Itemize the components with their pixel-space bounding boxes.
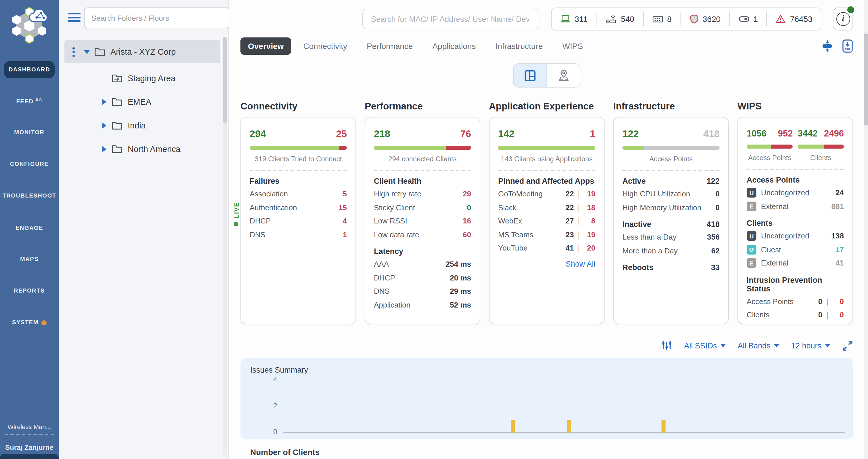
main-scrollbar[interactable] bbox=[864, 0, 868, 459]
sidebar-item-system[interactable]: SYSTEM bbox=[0, 319, 59, 325]
tree-node-label: North America bbox=[128, 145, 181, 154]
divider bbox=[374, 170, 471, 171]
issues-bars bbox=[283, 381, 845, 432]
sidebar-item-reports[interactable]: REPORTS bbox=[0, 287, 59, 294]
card-titles-row: Connectivity Performance Application Exp… bbox=[241, 101, 853, 112]
uncategorized-badge: U bbox=[747, 188, 756, 198]
stat-threats[interactable]: 3620 bbox=[680, 11, 729, 27]
folder-staging-icon bbox=[112, 74, 123, 83]
tree-search-input[interactable] bbox=[84, 7, 230, 28]
duration-filter-dropdown[interactable]: 12 hours bbox=[791, 341, 831, 350]
tree-node-staging-area[interactable]: Staging Area bbox=[59, 67, 220, 90]
wips-client-stats: 34422496 Clients bbox=[798, 128, 844, 162]
section-title-wips: WIPS bbox=[737, 101, 853, 112]
application-experience-card: 1421 143 Clients using Applications Pinn… bbox=[489, 117, 604, 324]
feed-ea-badge: EA bbox=[35, 97, 42, 102]
stat-switches[interactable]: 8 bbox=[643, 11, 680, 27]
latency-title: Latency bbox=[374, 247, 471, 256]
sidebar-item-configure[interactable]: CONFIGURE bbox=[0, 161, 59, 167]
sidebar-item-troubleshoot[interactable]: TROUBLESHOOT bbox=[0, 192, 59, 199]
wips-row: EExternal881 bbox=[747, 200, 844, 213]
caret-right-icon[interactable] bbox=[102, 99, 106, 105]
sidebar-item-engage[interactable]: ENGAGE bbox=[0, 225, 59, 231]
tab-infrastructure[interactable]: Infrastructure bbox=[488, 37, 550, 55]
map-view-button[interactable] bbox=[547, 64, 580, 87]
caret-right-icon[interactable] bbox=[102, 123, 106, 128]
apps-bad-count: 1 bbox=[590, 128, 595, 140]
info-icon: i bbox=[836, 12, 850, 26]
system-status-dot bbox=[41, 320, 46, 325]
hamburger-icon[interactable] bbox=[68, 13, 81, 22]
tree-node-label: Staging Area bbox=[128, 74, 176, 83]
wips-row: UUncategorized24 bbox=[747, 186, 844, 200]
section-title-application-experience: Application Experience bbox=[489, 101, 604, 112]
infra-row: High CPU Utilization0 bbox=[622, 187, 720, 201]
band-filter-dropdown[interactable]: All Bands bbox=[738, 341, 780, 350]
ssid-filter-dropdown[interactable]: All SSIDs bbox=[684, 341, 726, 350]
client-health-title: Client Health bbox=[374, 177, 471, 185]
tree-node-label: Arista - XYZ Corp bbox=[111, 47, 176, 56]
user-name[interactable]: Suraj Zanjurne bbox=[0, 443, 59, 452]
divider bbox=[622, 170, 720, 171]
issue-bar bbox=[510, 420, 515, 432]
performance-bad-count: 76 bbox=[460, 128, 471, 140]
tab-applications[interactable]: Applications bbox=[425, 37, 483, 55]
collapse-vertical-icon[interactable] bbox=[822, 40, 833, 52]
caret-down-icon[interactable] bbox=[84, 50, 90, 54]
ips-row: Clients0|0 bbox=[747, 308, 844, 322]
show-all-link[interactable]: Show All bbox=[498, 259, 595, 268]
ips-row: Access Points0|0 bbox=[747, 294, 844, 308]
global-search-input[interactable] bbox=[362, 9, 538, 29]
sidebar-item-maps[interactable]: MAPS bbox=[0, 256, 59, 262]
tree-scrollbar[interactable] bbox=[223, 37, 227, 456]
view-toggle bbox=[241, 63, 853, 88]
app-row: Slack22|18 bbox=[498, 201, 595, 214]
filter-sliders-icon[interactable] bbox=[661, 340, 673, 351]
sidebar-item-feed[interactable]: FEED EA bbox=[0, 97, 59, 105]
pinned-apps-title: Pinned and Affected Apps bbox=[498, 177, 595, 185]
sensor-icon bbox=[738, 15, 749, 23]
folder-icon bbox=[112, 97, 123, 107]
shield-icon bbox=[689, 14, 699, 24]
stat-sensors[interactable]: 1 bbox=[729, 11, 767, 27]
infra-progress-bar bbox=[622, 146, 720, 150]
performance-good-count: 218 bbox=[374, 128, 390, 140]
pdf-download-icon[interactable]: .PDF bbox=[842, 39, 853, 53]
sidebar-item-dashboard[interactable]: DASHBOARD bbox=[4, 61, 55, 78]
wips-row: GGuest17 bbox=[747, 243, 844, 256]
y-tick: 0 bbox=[262, 428, 277, 436]
apps-progress-bar bbox=[498, 146, 595, 150]
tree-node-india[interactable]: India bbox=[59, 114, 220, 137]
tree-node-label: EMEA bbox=[128, 97, 151, 107]
tree-node-emea[interactable]: EMEA bbox=[59, 90, 220, 113]
infra-row: High Memory Utilization0 bbox=[622, 201, 720, 214]
main-scrollbar-thumb[interactable] bbox=[864, 33, 868, 125]
sidebar-item-monitor[interactable]: MONITOR bbox=[0, 129, 59, 135]
tab-connectivity[interactable]: Connectivity bbox=[296, 37, 355, 55]
tree-node-root[interactable]: Arista - XYZ Corp bbox=[64, 40, 220, 63]
divider bbox=[498, 170, 595, 171]
stat-alerts[interactable]: 76453 bbox=[767, 11, 821, 27]
tab-wips[interactable]: WIPS bbox=[555, 37, 590, 55]
tree-node-north-america[interactable]: North America bbox=[59, 138, 220, 161]
kebab-icon[interactable] bbox=[72, 46, 75, 58]
grid-view-button[interactable] bbox=[514, 64, 547, 87]
connectivity-success-count: 294 bbox=[250, 128, 266, 140]
tab-performance[interactable]: Performance bbox=[359, 37, 420, 55]
wips-card: 1056952 Access Points 34422496 Clients A… bbox=[737, 117, 853, 324]
expand-icon[interactable] bbox=[842, 340, 853, 351]
connectivity-failure-count: 25 bbox=[336, 128, 347, 140]
latency-row: AAA254 ms bbox=[374, 257, 471, 271]
infra-row: Less than a Day356 bbox=[622, 230, 720, 244]
external-badge: E bbox=[747, 258, 756, 268]
access-point-icon bbox=[606, 14, 617, 24]
info-button[interactable]: i bbox=[833, 7, 853, 31]
y-tick: 4 bbox=[262, 376, 277, 384]
inactive-title: Inactive418 bbox=[622, 220, 720, 229]
tab-overview[interactable]: Overview bbox=[241, 37, 291, 55]
stat-clients[interactable]: 311 bbox=[552, 11, 596, 27]
map-view-icon bbox=[557, 69, 570, 82]
stat-access-points[interactable]: 540 bbox=[596, 11, 643, 27]
caret-right-icon[interactable] bbox=[102, 146, 106, 152]
reboots-title: Reboots33 bbox=[622, 263, 720, 272]
